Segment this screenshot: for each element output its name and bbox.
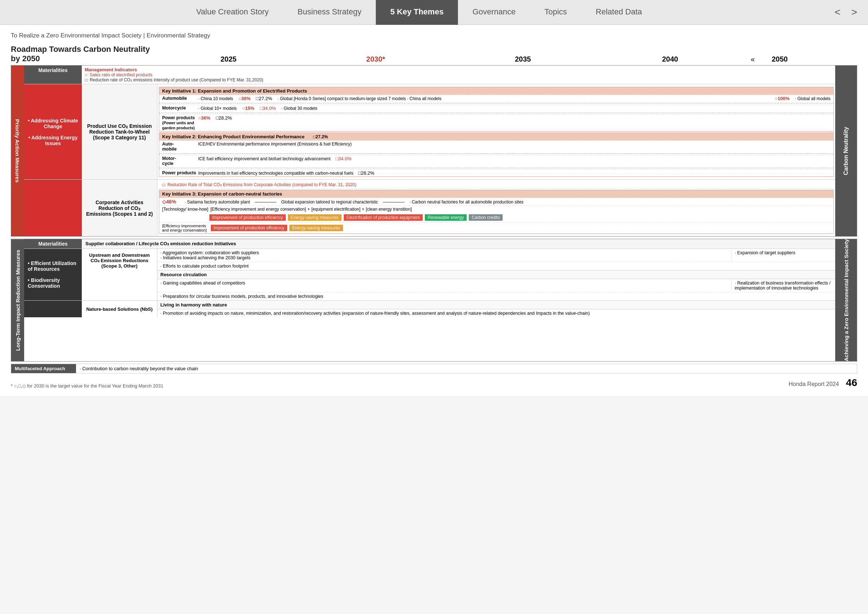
- mgmt-indicator-1: ○: Sales ratio of electrified products: [85, 72, 832, 78]
- init2-note: □27.2%: [313, 134, 328, 140]
- product-use-category: Product Use CO₂ Emission Reduction Tank-…: [82, 84, 157, 179]
- page-info: Honda Report 2024 46: [789, 377, 857, 389]
- nav-prev-button[interactable]: <: [831, 5, 844, 20]
- page-number: 46: [846, 377, 857, 388]
- tech-label-2: [Efficiency improvements and energy cons…: [162, 223, 209, 232]
- tech-boxes-2: Improvement of production efficiency Ene…: [210, 224, 831, 231]
- longterm-inner: Materialities Supplier collaboration / L…: [24, 239, 835, 361]
- mgmt-indicator-2: □: Reduction rate of CO₂ emissions inten…: [85, 78, 832, 82]
- mgmt-indicators-area: Management Indicators ○: Sales ratio of …: [82, 65, 835, 84]
- tech-efficiency-label: [Efficiency improvement and energy conse…: [210, 207, 306, 212]
- motorcycle-row: Motorcycle · Global 10+ models ○15% □34.…: [159, 104, 834, 112]
- longterm-mat-2: • Biodiversity Conservation: [28, 277, 78, 289]
- tech-equipment-label: [equipment electrification]: [311, 207, 360, 212]
- divider-1: [159, 103, 834, 103]
- box-electrification: Electrification of production equipment: [344, 214, 422, 221]
- multifaceted-content: · Contribution to carbon neutrality beyo…: [76, 364, 857, 373]
- upstream-row: • Efficient Utilization of Resources • B…: [24, 249, 835, 301]
- carbon-neutrality-text: Carbon Neutrality: [843, 127, 849, 175]
- diamond-46: ◇46%: [162, 199, 176, 205]
- achieving-bar: Achieving a Zero Environmental Impact So…: [835, 239, 857, 361]
- product-use-row: • Addressing Climate Change • Addressing…: [24, 84, 835, 180]
- supplier-row-1: · Aggregation system: collaboration with…: [157, 249, 835, 262]
- nbs-category: Nature-based Solutions (NbS): [82, 301, 157, 317]
- moto-pct: □34.0%: [335, 156, 352, 161]
- year-2030: 2030*: [302, 55, 450, 64]
- init2-power-content: Improvements in fuel efficiency technolo…: [198, 171, 831, 176]
- nav-arrows: < >: [831, 5, 861, 20]
- tech-boxes-1: [Efficiency improvement and energy conse…: [210, 207, 831, 212]
- multifaceted-row: Multifaceted Approach · Contribution to …: [11, 364, 857, 374]
- initiative-2-header: Key Initiative 2: Enhancing Product Envi…: [159, 133, 834, 140]
- longterm-mat-header: Materialities Supplier collaboration / L…: [24, 239, 835, 249]
- top-navigation: Value Creation Story Business Strategy 5…: [0, 0, 868, 25]
- carbon-neutrality-bar: Carbon Neutrality: [835, 65, 857, 236]
- year-2025: 2025: [155, 55, 302, 64]
- nbs-row: Nature-based Solutions (NbS) Living in h…: [24, 301, 835, 317]
- nav-governance[interactable]: Governance: [458, 0, 530, 25]
- living-harmony-header: Living in harmony with nature: [157, 301, 835, 309]
- tech-clean-label: [clean energy transition]: [366, 207, 411, 212]
- footer-note: * ○,□,◇ for 2030 is the target value for…: [11, 383, 163, 389]
- init2-moto-row: Motor-cycle ICE fuel efficiency improvem…: [159, 155, 834, 167]
- box2-energy-saving: Energy-saving measures: [289, 225, 343, 231]
- initiative-2-block: Key Initiative 2: Enhancing Product Envi…: [159, 133, 834, 177]
- divider-4: [159, 168, 834, 168]
- box-production-efficiency: Improvement of production efficiency: [210, 214, 286, 221]
- power-products-row: Power products(Power units and garden pr…: [159, 114, 834, 131]
- priority-label: Priority Action Measures: [11, 65, 24, 236]
- box-renewable: Renewable energy: [425, 214, 467, 221]
- reduction-rate-note: ◇: Reduction Rate of Total CO₂ Emissions…: [159, 181, 834, 189]
- priority-label-text: Priority Action Measures: [15, 119, 21, 183]
- mat-item-1: • Addressing Climate Change: [28, 118, 78, 129]
- nav-next-button[interactable]: >: [848, 5, 861, 20]
- initiative-1-block: Key Initiative 1: Expansion and Promotio…: [159, 87, 834, 132]
- mgmt-indicators-title: Management Indicators: [85, 67, 832, 72]
- box-carbon-credits: Carbon credits: [469, 214, 503, 221]
- nav-related-data[interactable]: Related Data: [581, 0, 656, 25]
- auto-row: Automobile · China 10 models ○30% □27.2%…: [159, 95, 834, 102]
- tech-plus-1: +: [307, 207, 310, 212]
- mat-item-2: • Addressing Energy Issues: [28, 135, 78, 146]
- tech-row-2: [Efficiency improvements and energy cons…: [159, 222, 834, 233]
- auto-label: Automobile: [162, 96, 198, 101]
- resource-row-2: · Preparations for circular business mod…: [157, 292, 835, 300]
- longterm-section: Long-Term Impact Reduction Measures Mate…: [11, 239, 857, 361]
- init2-power-row: Power products Improvements in fuel effi…: [159, 169, 834, 177]
- nav-business-strategy[interactable]: Business Strategy: [283, 0, 376, 25]
- materialities-header-row: Materialities Management Indicators ○: S…: [24, 65, 835, 84]
- nav-5-key-themes[interactable]: 5 Key Themes: [376, 0, 458, 25]
- power-products-content: ○36% □28.2%: [198, 115, 831, 130]
- auto-content: · China 10 models ○30% □27.2% · Global […: [198, 96, 831, 101]
- year-break: «: [744, 55, 762, 64]
- priority-materialities-col: • Addressing Climate Change • Addressing…: [24, 84, 82, 179]
- priority-inner: Materialities Management Indicators ○: S…: [24, 65, 835, 236]
- longterm-label-text: Long-Term Impact Reduction Measures: [15, 250, 21, 351]
- nav-topics[interactable]: Topics: [530, 0, 581, 25]
- mat-spacer: [24, 180, 82, 236]
- initiative-1-header: Key Initiative 1: Expansion and Promotio…: [159, 87, 834, 95]
- year-2040: 2040: [597, 55, 744, 64]
- page-title: Roadmap Towards Carbon Neutrality by 205…: [11, 45, 155, 64]
- nbs-mat-spacer: [24, 301, 82, 317]
- corporate-activities-row: Corporate Activities Reduction of CO₂ Em…: [24, 180, 835, 236]
- living-harmony-content: · Promotion of avoiding impacts on natur…: [157, 309, 835, 317]
- resource-header: Resource circulation: [157, 270, 835, 279]
- init2-auto-content: ICE/HEV Environmental performance improv…: [198, 141, 831, 152]
- longterm-label: Long-Term Impact Reduction Measures: [11, 239, 24, 361]
- footer: * ○,□,◇ for 2030 is the target value for…: [11, 377, 857, 389]
- main-content: To Realize a Zero Environmental Impact S…: [0, 25, 868, 396]
- initiative-3-header: Key Initiative 3: Expansion of carbon-ne…: [159, 190, 834, 198]
- resource-right-1: · Realization of business transformation…: [731, 281, 832, 291]
- resource-content-1: · Gaining capabilities ahead of competit…: [160, 281, 731, 291]
- init2-power-label: Power products: [162, 171, 198, 176]
- tech-row-1: [Technology/ know-how] [Efficiency impro…: [159, 205, 834, 213]
- resource-row-1: · Gaining capabilities ahead of competit…: [157, 279, 835, 292]
- year-2050: 2050: [762, 55, 798, 64]
- breadcrumb: To Realize a Zero Environmental Impact S…: [11, 32, 857, 39]
- longterm-mat-label: Materialities: [24, 239, 82, 248]
- saitama-row: ◇46% · Saitama factory automobile plant …: [159, 198, 834, 205]
- init2-moto-label: Motor-cycle: [162, 156, 198, 166]
- nav-value-creation[interactable]: Value Creation Story: [182, 0, 283, 25]
- report-brand: Honda Report 2024: [789, 381, 839, 387]
